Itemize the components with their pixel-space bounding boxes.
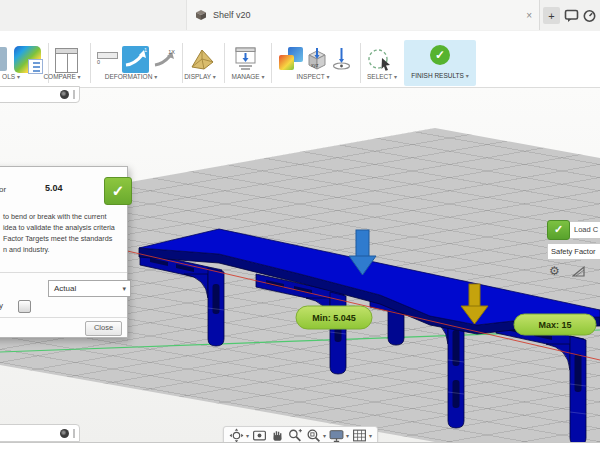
chevron-down-icon: ▾ (78, 74, 81, 80)
gear-icon[interactable]: ⚙ (549, 262, 560, 280)
orbit-icon[interactable] (229, 428, 244, 443)
select-icon[interactable] (366, 46, 393, 73)
result-display-dropdown[interactable]: Actual ▾ (48, 280, 131, 297)
safety-factor-pass-check-icon[interactable]: ✓ (104, 177, 132, 205)
deformation-none-icon[interactable]: 0 (96, 50, 119, 70)
load-case-toggle[interactable]: ✓ Load C (547, 221, 600, 239)
chevron-down-icon: ▾ (394, 74, 397, 80)
checkbox-label-fragment: y (0, 301, 3, 310)
zoom-window-icon[interactable] (306, 428, 321, 443)
load-case-check-icon[interactable]: ✓ (547, 220, 570, 240)
min-annotation[interactable]: Min: 5.045 (296, 306, 372, 329)
strip-scrollbar (73, 90, 75, 99)
safety-factor-value: 5.04 (45, 183, 63, 193)
max-annotation[interactable]: Max: 15 (514, 314, 596, 335)
document-tab[interactable]: Shelf v20 × (186, 0, 540, 30)
toolbar-divider (271, 43, 272, 83)
safety-factor-dialog: or 5.04 ✓ to bend or break with the curr… (0, 166, 128, 338)
zoom-icon[interactable] (288, 428, 303, 443)
browser-collapsed-strip (0, 86, 80, 103)
chevron-down-icon: ▾ (326, 74, 329, 80)
chevron-down-icon[interactable]: ▾ (369, 432, 372, 439)
safety-factor-label-fragment: or (0, 185, 6, 194)
document-title: Shelf v20 (213, 10, 251, 20)
chevron-down-icon: ▾ (17, 74, 20, 80)
chevron-down-icon: ▾ (466, 73, 469, 79)
chevron-down-icon: ▾ (213, 74, 216, 80)
chevron-down-icon: ▾ (261, 74, 264, 80)
dialog-divider (0, 317, 127, 318)
grid-layout-icon[interactable] (352, 428, 367, 443)
legend-slope-icon[interactable] (572, 266, 585, 277)
close-button[interactable]: Close (85, 321, 122, 336)
select-menu[interactable]: SELECT ▾ (356, 73, 408, 83)
display-settings-icon[interactable] (329, 428, 344, 443)
chevron-down-icon: ▾ (122, 281, 126, 296)
inspect-results-icon[interactable] (279, 47, 304, 72)
manage-icon[interactable] (234, 47, 257, 72)
legend-contours-icon[interactable] (14, 46, 41, 73)
chevron-down-icon[interactable]: ▾ (246, 432, 249, 439)
legend-list-icon (28, 59, 43, 74)
deformation-scaled-icon[interactable]: 1X (152, 48, 176, 71)
deformation-scale-badge: 1 (144, 47, 147, 53)
load-case-label: Load C (570, 221, 600, 239)
inspect-menu[interactable]: INSPECT ▾ (287, 73, 339, 83)
new-tab-button[interactable]: + (543, 7, 560, 24)
display-menu[interactable]: DISPLAY ▾ (174, 73, 226, 83)
display-mesh-icon[interactable] (190, 47, 215, 72)
results-tools-menu[interactable]: OLS ▾ (0, 73, 38, 83)
deformation-1x-badge: 1X (168, 49, 175, 55)
finish-check-icon: ✓ (430, 45, 450, 65)
dropdown-value: Actual (54, 284, 76, 293)
strip-scrollbar (73, 429, 75, 438)
pan-icon[interactable] (270, 428, 285, 443)
dialog-checkbox[interactable] (18, 300, 31, 313)
results-tools-icon[interactable] (0, 47, 7, 71)
browser-expand-button[interactable] (60, 90, 69, 99)
finish-results-label: FINISH RESULTS ▾ (404, 72, 476, 79)
inspect-point-icon[interactable]: xyz (305, 47, 329, 72)
document-icon (195, 9, 207, 21)
result-type-dropdown[interactable]: Safety Factor (547, 243, 600, 260)
svg-text:Max: 15: Max: 15 (538, 320, 571, 330)
fusion-window: Shelf v20 × + OLS ▾ COMPARE ▾ 0 (0, 0, 600, 450)
inspect-probe-icon[interactable] (331, 47, 352, 72)
deformation-menu[interactable]: DEFORMATION ▾ (89, 73, 173, 83)
timeline-collapsed-strip (0, 424, 80, 442)
tab-close-icon[interactable]: × (526, 10, 532, 21)
chevron-down-icon[interactable]: ▾ (346, 432, 349, 439)
compare-icon[interactable] (55, 48, 78, 73)
window-bottom-edge (0, 442, 600, 450)
chevron-down-icon: ▾ (154, 74, 157, 80)
manage-menu[interactable]: MANAGE ▾ (222, 73, 274, 83)
simulation-results-toolbar: OLS ▾ COMPARE ▾ 0 1 1X DEFORMATION ▾ DIS… (0, 31, 600, 88)
dialog-divider (0, 272, 127, 273)
deformation-actual-icon-active[interactable]: 1 (122, 46, 149, 73)
timeline-expand-button[interactable] (60, 429, 69, 438)
document-tab-bar: Shelf v20 × + (0, 0, 600, 32)
finish-results-button[interactable]: ✓ FINISH RESULTS ▾ (404, 40, 476, 86)
svg-text:xyz: xyz (311, 62, 319, 68)
chevron-down-icon[interactable]: ▾ (323, 432, 326, 439)
dialog-description: to bend or break with the current idea t… (3, 211, 125, 255)
compare-menu[interactable]: COMPARE ▾ (34, 73, 90, 83)
job-status-icon[interactable] (582, 9, 597, 23)
svg-text:Min: 5.045: Min: 5.045 (312, 313, 356, 323)
legend-settings-row: ⚙ (549, 262, 585, 280)
look-at-icon[interactable] (252, 428, 267, 443)
comments-icon[interactable] (564, 9, 579, 23)
